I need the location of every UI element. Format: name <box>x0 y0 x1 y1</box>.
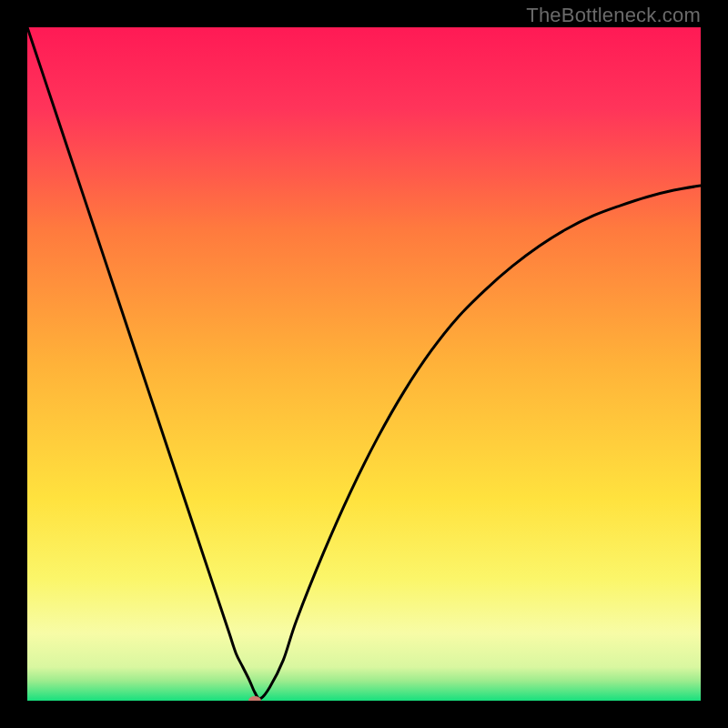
bottleneck-curve <box>27 27 701 701</box>
chart-frame: TheBottleneck.com <box>0 0 728 728</box>
minimum-marker <box>248 696 261 701</box>
watermark-text: TheBottleneck.com <box>526 4 701 27</box>
plot-area <box>27 27 701 701</box>
